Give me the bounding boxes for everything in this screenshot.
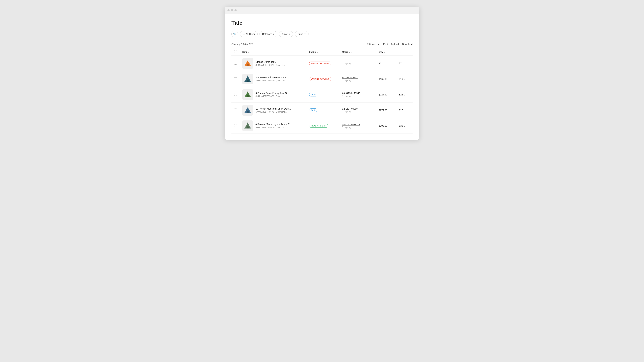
item-name: 3-4 Person Full Automatic Pop u... [256,76,291,79]
table-row: 6 Person Dome Family Tent Gree... SKU : … [232,87,412,102]
qty-cell: $300.00 [376,118,396,134]
th-qty[interactable]: Qty. ↕ [376,48,396,56]
table-row: 3-4 Person Full Automatic Pop u... SKU :… [232,71,412,87]
items-table: Item ↕ Status ↕ Order # ↕ Qty. ↕ ↕ [232,48,412,134]
order-date: 7 days ago [342,95,374,97]
qty-cell: $224.99 [376,87,396,102]
browser-titlebar [225,7,419,14]
item-cell: 8 Person 2Room Hybrid Dome T... SKU : A4… [240,118,306,134]
order-link[interactable]: 01-735-345637 [342,76,358,79]
price-cell: $27... [396,102,412,118]
item-cell: 10-Person Modified Family Dom... SKU : A… [240,102,306,118]
status-badge: PAID [309,93,317,96]
price-cell: $7... [396,56,412,71]
item-info: Orange Dome Tent... SKU : A43BTR5678 • Q… [256,60,286,66]
price-cell: $22... [396,87,412,102]
all-filters-button[interactable]: ☰ All filters [240,31,258,37]
print-button[interactable]: Print [383,43,388,46]
chevron-down-icon: ▼ [378,43,380,46]
select-all-checkbox[interactable] [234,50,237,53]
table-row: 8 Person 2Room Hybrid Dome T... SKU : A4… [232,118,412,134]
svg-rect-18 [247,126,249,128]
order-cell: 12-1124-009887 days ago [340,102,376,118]
order-link[interactable]: 08-94756-173540 [342,92,360,94]
item-name: Orange Dome Tent... [256,60,286,63]
table-actions: Edit table ▼ Print Upload Download [367,43,412,46]
table-row: Orange Dome Tent... SKU : A43BTR5678 • Q… [232,56,412,71]
th-order[interactable]: Order # ↕ [340,48,376,56]
category-filter-button[interactable]: Category ▼ [259,31,278,37]
th-select-all[interactable] [232,48,240,56]
status-cell: READY TO SHIP [306,118,340,134]
page-content: Title 🔍 ☰ All filters Category ▼ Color ▼… [225,14,419,140]
browser-dot-red [228,9,230,11]
order-cell: 08-94756-1735407 days ago [340,87,376,102]
row-checkbox[interactable] [234,108,237,112]
status-badge: WAITING PAYMENT [309,77,331,81]
order-date: 7 days ago [342,79,374,82]
row-checkbox[interactable] [234,77,237,80]
th-status[interactable]: Status ↕ [306,48,340,56]
upload-button[interactable]: Upload [391,43,399,46]
table-row: 10-Person Modified Family Dom... SKU : A… [232,102,412,118]
row-checkbox-cell [232,102,240,118]
item-name: 6 Person Dome Family Tent Gree... [256,92,292,94]
page-title: Title [232,20,412,26]
row-checkbox[interactable] [234,62,237,64]
edit-table-button[interactable]: Edit table ▼ [367,43,380,46]
item-info: 3-4 Person Full Automatic Pop u... SKU :… [256,76,291,82]
sort-icon: ↕ [317,51,318,53]
row-checkbox-cell [232,71,240,87]
status-badge: PAID [309,108,317,112]
order-cell: 7 days ago [340,56,376,71]
item-cell: 3-4 Person Full Automatic Pop u... SKU :… [240,71,306,87]
row-checkbox-cell [232,56,240,71]
row-checkbox-cell [232,118,240,134]
svg-rect-6 [247,80,249,82]
th-item[interactable]: Item ↕ [240,48,306,56]
status-cell: WAITING PAYMENT [306,71,340,87]
status-cell: PAID [306,87,340,102]
search-icon: 🔍 [233,32,236,36]
sort-icon: ↕ [400,51,401,53]
sort-icon: ↕ [351,51,352,53]
item-meta: SKU : A43BTR5678 • Quantity : 1 [256,80,291,82]
order-date: 7 days ago [342,126,374,128]
svg-rect-10 [247,95,249,97]
sort-icon: ↕ [248,51,249,53]
row-checkbox[interactable] [234,93,237,96]
status-cell: WAITING PAYMENT [306,56,340,71]
row-checkbox-cell [232,87,240,102]
search-button[interactable]: 🔍 [232,31,238,38]
row-checkbox[interactable] [234,124,237,127]
price-cell: $16... [396,71,412,87]
sort-icon: ↕ [384,51,385,53]
item-image [242,105,253,116]
browser-dot-yellow [231,9,233,11]
chevron-down-icon: ▼ [288,33,290,35]
order-link[interactable]: 12-1124-00988 [342,108,358,110]
order-date: 7 days ago [342,62,374,65]
item-meta: SKU : A43BTR5678 • Quantity : 1 [256,95,292,98]
qty-cell: $274.99 [376,102,396,118]
status-cell: PAID [306,102,340,118]
order-link[interactable]: 54-10275-019772 [342,123,360,126]
qty-cell: 12 [376,56,396,71]
th-price[interactable]: ↕ [396,48,412,56]
color-filter-button[interactable]: Color ▼ [279,31,293,37]
item-info: 6 Person Dome Family Tent Gree... SKU : … [256,92,292,98]
item-image [242,74,253,84]
browser-window: Title 🔍 ☰ All filters Category ▼ Color ▼… [225,7,419,140]
item-cell: 6 Person Dome Family Tent Gree... SKU : … [240,87,306,102]
table-header-row: Item ↕ Status ↕ Order # ↕ Qty. ↕ ↕ [232,48,412,56]
item-image [242,58,253,69]
svg-rect-14 [247,111,249,113]
showing-count: Showing 1-24 of 120 [232,43,253,46]
item-meta: SKU : A43BTR5678 • Quantity : 1 [256,64,286,66]
filter-icon: ☰ [243,33,245,36]
price-filter-button[interactable]: Price ▼ [295,31,309,37]
download-button[interactable]: Download [402,43,412,46]
item-image [242,89,253,100]
item-info: 10-Person Modified Family Dom... SKU : A… [256,107,291,113]
qty-cell: $165.00 [376,71,396,87]
